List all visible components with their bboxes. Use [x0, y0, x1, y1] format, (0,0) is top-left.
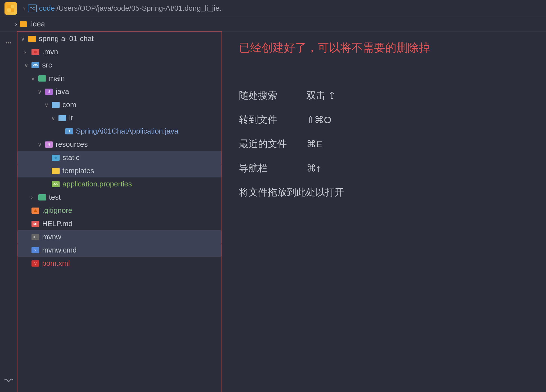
- shortcut-recent-keys: ⌘E: [306, 138, 322, 150]
- svg-rect-0: [7, 5, 11, 8]
- main-layout: ∨ spring-ai-01-chat › .mvn ∨ </> src ∨ m…: [0, 31, 546, 392]
- svg-rect-3: [11, 8, 14, 12]
- static-folder-icon: [52, 155, 60, 161]
- chevron-it-icon: ∨: [51, 115, 57, 121]
- properties-file-icon: </>: [52, 181, 60, 187]
- tree-label-static: static: [62, 153, 80, 162]
- tree-item-it[interactable]: ∨ it: [17, 111, 222, 125]
- tree-label-src: src: [42, 61, 52, 69]
- chevron-mvn-icon: ›: [24, 49, 30, 55]
- tree-label-spring-app: SpringAi01ChatApplication.java: [76, 127, 178, 136]
- tree-item-gitignore[interactable]: › .gitignore: [17, 204, 222, 217]
- indent-spacer: [4, 20, 13, 28]
- shortcut-goto-label: 转到文件: [239, 113, 301, 126]
- idea-folder-label[interactable]: .idea: [29, 20, 45, 28]
- resources-folder-icon: R: [45, 141, 53, 148]
- tree-item-main[interactable]: ∨ main: [17, 72, 222, 85]
- annotation-text: 已经创建好了，可以将不需要的删除掉: [239, 40, 529, 55]
- breadcrumb: › ⌥ code /Users/OOP/java/code/05-Spring-…: [21, 4, 222, 13]
- svg-rect-1: [11, 5, 14, 8]
- com-folder-icon: [52, 102, 60, 108]
- wavy-bottom-icon[interactable]: [2, 373, 15, 386]
- main-folder-icon: [38, 75, 46, 82]
- svg-rect-2: [7, 8, 11, 12]
- idea-folder-icon: [20, 21, 27, 27]
- shortcut-nav-label: 导航栏: [239, 162, 301, 175]
- right-panel: 已经创建好了，可以将不需要的删除掉 随处搜索 双击 ⇧ 转到文件 ⇧⌘O 最近的…: [222, 31, 546, 392]
- tree-item-spring-ai-01-chat[interactable]: ∨ spring-ai-01-chat: [17, 32, 222, 45]
- file-tree-panel[interactable]: ∨ spring-ai-01-chat › .mvn ∨ </> src ∨ m…: [17, 31, 222, 392]
- chevron-idea: ›: [15, 20, 17, 28]
- md-file-icon: M↓: [31, 221, 39, 227]
- tree-label-mvnw-cmd: mvnw.cmd: [42, 246, 77, 254]
- test-folder-icon: [38, 194, 46, 200]
- tree-item-java[interactable]: ∨ J java: [17, 85, 222, 98]
- shortcut-nav-bar: 导航栏 ⌘↑: [239, 162, 529, 175]
- shortcut-search-label: 随处搜索: [239, 89, 301, 102]
- tree-item-templates[interactable]: › templates: [17, 164, 222, 177]
- tree-item-mvnw-cmd[interactable]: › > mvnw.cmd: [17, 244, 222, 257]
- chevron-icon: ›: [23, 4, 26, 13]
- spring-folder-icon: [28, 36, 36, 42]
- tree-label-test: test: [49, 193, 61, 202]
- chevron-test-icon: ›: [31, 194, 37, 200]
- tree-label-mvn: .mvn: [42, 48, 58, 56]
- tree-label-help-md: HELP.md: [42, 219, 73, 228]
- tree-item-spring-app-java[interactable]: › J SpringAi01ChatApplication.java: [17, 125, 222, 138]
- svg-point-13: [55, 157, 57, 159]
- tree-item-help-md[interactable]: › M↓ HELP.md: [17, 217, 222, 230]
- breadcrumb-code[interactable]: code: [39, 4, 55, 13]
- tree-item-static[interactable]: › static: [17, 151, 222, 164]
- tree-item-pom-xml[interactable]: › V pom.xml: [17, 257, 222, 270]
- tree-item-com[interactable]: ∨ com: [17, 98, 222, 111]
- shortcut-drag-drop: 将文件拖放到此处以打开: [239, 186, 529, 199]
- chevron-com-icon: ∨: [44, 102, 50, 108]
- shortcut-recent-files: 最近的文件 ⌘E: [239, 138, 529, 150]
- tree-label-java: java: [56, 87, 69, 96]
- left-sidebar: [0, 31, 17, 392]
- mvn-folder-icon: [31, 49, 39, 55]
- breadcrumb-path: /Users/OOP/java/code/05-Spring-AI/01.don…: [57, 4, 222, 13]
- shortcut-search-keys: 双击 ⇧: [306, 89, 336, 102]
- second-breadcrumb: › .idea: [0, 17, 546, 31]
- app-icon: [4, 2, 17, 15]
- tree-label-app-properties: application.properties: [62, 180, 132, 188]
- top-bar: › ⌥ code /Users/OOP/java/code/05-Spring-…: [0, 0, 546, 17]
- chevron-src-icon: ∨: [24, 62, 30, 69]
- svg-point-6: [10, 42, 11, 44]
- code-icon: ⌥: [28, 4, 37, 12]
- tree-item-mvnw[interactable]: › >_ mvnw: [17, 230, 222, 244]
- templates-folder-icon: [52, 168, 60, 174]
- it-folder-icon: [58, 115, 66, 121]
- chevron-main-icon: ∨: [31, 75, 37, 82]
- tree-label-resources: resources: [56, 140, 88, 149]
- chevron-java-icon: ∨: [38, 88, 43, 95]
- tree-label-spring-ai-01-chat: spring-ai-01-chat: [39, 34, 94, 43]
- shortcuts-section: 随处搜索 双击 ⇧ 转到文件 ⇧⌘O 最近的文件 ⌘E 导航栏 ⌘↑ 将文件拖放…: [239, 89, 529, 199]
- svg-point-5: [8, 42, 9, 44]
- tree-item-app-properties[interactable]: › </> application.properties: [17, 177, 222, 191]
- tree-item-resources[interactable]: ∨ R resources: [17, 138, 222, 151]
- chevron-expand-icon: ∨: [21, 35, 26, 42]
- sidebar-dots-icon[interactable]: [3, 37, 14, 48]
- mvnw-file-icon: >_: [31, 234, 39, 240]
- shortcut-goto-keys: ⇧⌘O: [306, 114, 331, 125]
- tree-label-pom-xml: pom.xml: [42, 259, 70, 268]
- src-folder-icon: </>: [31, 62, 39, 68]
- svg-point-4: [6, 42, 7, 44]
- tree-item-mvn[interactable]: › .mvn: [17, 45, 222, 58]
- java-folder-icon: J: [45, 89, 53, 95]
- tree-item-src[interactable]: ∨ </> src: [17, 58, 222, 72]
- shortcut-nav-keys: ⌘↑: [306, 163, 321, 174]
- tree-label-gitignore: .gitignore: [42, 206, 72, 215]
- shortcut-recent-label: 最近的文件: [239, 138, 301, 150]
- tree-label-it: it: [69, 114, 73, 122]
- shortcut-search: 随处搜索 双击 ⇧: [239, 89, 529, 102]
- gitignore-file-icon: [31, 208, 39, 214]
- tree-label-main: main: [49, 74, 65, 83]
- tree-item-test[interactable]: › test: [17, 191, 222, 204]
- tree-label-templates: templates: [62, 166, 94, 175]
- svg-text:J: J: [68, 130, 70, 133]
- cmd-file-icon: >: [31, 247, 39, 253]
- svg-point-9: [34, 51, 37, 53]
